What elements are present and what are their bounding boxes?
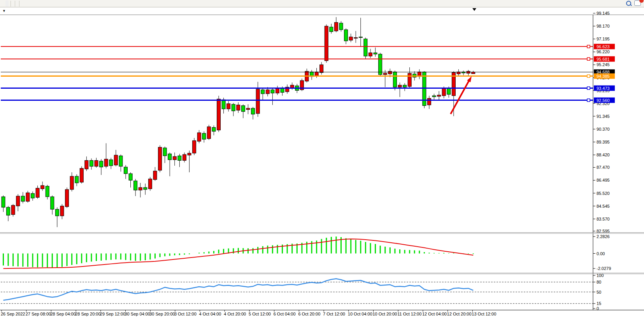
candle [148,179,152,189]
chart-canvas[interactable]: 99.14598.17097.19596.22095.24594.27093.2… [0,7,644,319]
time-tick-label: 26 Sep 2022 [1,312,25,316]
candle [315,72,318,76]
candle [134,181,137,190]
candle [374,53,377,54]
candle [212,127,216,131]
time-tick-label: 12 Oct 20:00 [447,312,472,316]
candle [271,90,274,93]
new-order-button[interactable] [1,0,4,7]
price-tick-label: 87.470 [597,165,610,170]
candle [339,23,343,30]
price-tick-label: 91.345 [597,114,610,119]
candle [65,189,69,207]
price-tick-label: 96.220 [597,49,610,54]
time-tick-label: 27 Sep 08:00 [26,312,51,316]
candlestick-series [2,17,475,227]
time-axis: 26 Sep 202227 Sep 08:0028 Sep 04:0028 Se… [1,310,496,316]
candle [432,96,436,97]
candle [256,89,260,114]
price-tick-label: 97.195 [597,37,610,41]
price-tick-label: 85.520 [597,191,610,196]
candle [281,88,284,92]
candle [75,176,79,183]
price-tick-label: 89.395 [597,140,610,144]
chart-shift-marker-icon[interactable] [472,8,476,11]
macd-axis-label: 2.2826 [597,234,610,239]
time-tick-label: 12 Oct 04:00 [422,312,447,316]
candle [26,193,30,202]
support-line-93473-tag-label: 93.473 [597,86,610,91]
candle [114,155,118,165]
candle [153,171,157,180]
candle [55,209,59,216]
candle [139,188,142,190]
search-icon[interactable] [626,1,631,7]
candle [388,71,392,74]
candle [70,176,74,189]
support-line-92560-handle[interactable] [587,99,590,102]
candle [325,26,328,61]
candle [379,54,382,75]
candle [104,159,108,167]
candle [364,39,367,56]
resistance-line-95681-handle[interactable] [587,58,590,60]
toolbar-separator [15,1,15,7]
price-tick-label: 90.370 [597,127,610,131]
candle [7,207,10,215]
macd-signal-line [4,239,474,268]
candle [178,156,181,160]
candle [217,99,221,130]
candle [95,160,98,166]
time-tick-label: 30 Sep 04:00 [125,312,150,316]
time-tick-label: 28 Sep 20:00 [75,312,100,316]
candle [359,37,362,38]
candle [109,160,113,166]
time-tick-label: 10 Oct 04:00 [348,312,372,316]
time-tick-label: 30 Sep 20:00 [149,312,175,316]
support-line-94385-handle[interactable] [587,75,590,77]
time-tick-label: 10 Oct 20:00 [373,312,397,316]
rsi-axis-label: 80 [597,280,601,284]
candle [261,90,265,94]
candle [437,95,441,96]
candle [168,154,172,160]
candle [442,88,446,96]
rsi-axis-label: 50 [597,290,601,294]
price-tick-label: 95.245 [597,62,610,67]
symbol-dropdown-icon[interactable]: ▼ [2,9,6,13]
candle [227,103,230,109]
candle [60,206,64,216]
candle [266,90,269,94]
candle [232,104,235,111]
candle [16,196,20,206]
candle [369,53,372,56]
candle [241,105,245,111]
time-tick-label: 29 Sep 12:00 [100,312,125,316]
candle [398,85,402,87]
candle [41,186,44,189]
toolbar-separator [11,1,11,7]
chart-title-bar: ▼ [2,9,8,13]
candle [129,174,132,180]
autotrade-button[interactable] [5,0,9,7]
candle [193,140,196,153]
rsi-axis-label: 0 [597,306,599,311]
resistance-line-96623-handle[interactable] [587,45,590,48]
candle [188,153,191,155]
time-tick-label: 6 Oct 20:00 [298,312,320,316]
time-tick-label: 7 Oct 12:00 [323,312,345,316]
chart-window: 99.14598.17097.19596.22095.24594.27093.2… [0,7,644,319]
candle [403,85,407,87]
candle [472,72,475,74]
chat-icon[interactable] [634,0,641,7]
time-tick-label: 28 Sep 04:00 [50,312,75,316]
candle [330,27,333,32]
candle [163,148,167,156]
price-tick-label: 84.545 [597,204,610,209]
price-tick-label: 88.420 [597,152,610,157]
time-tick-label: 4 Oct 20:00 [224,312,246,316]
candle [393,72,397,87]
candle [334,23,338,31]
candle [354,38,358,39]
support-line-93473-handle[interactable] [587,87,590,89]
